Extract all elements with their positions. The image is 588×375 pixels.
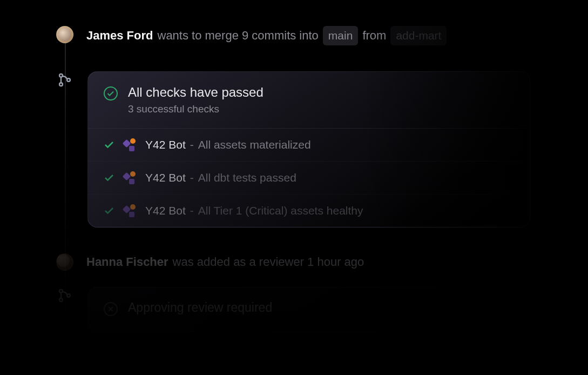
success-check-circle-icon (103, 86, 118, 101)
svg-point-1 (59, 83, 63, 86)
y42-bot-icon (124, 171, 137, 184)
git-merge-icon (56, 71, 73, 89)
checkmark-icon (103, 139, 115, 151)
bot-name: Y42 Bot (145, 204, 186, 217)
svg-point-3 (104, 87, 117, 100)
bot-name: Y42 Bot (145, 138, 186, 151)
author-name[interactable]: Hanna Fischer (86, 253, 168, 271)
review-card-row: Approving review required (56, 287, 588, 332)
author-name[interactable]: James Ford (86, 27, 153, 44)
svg-point-0 (59, 74, 63, 77)
checks-card: All checks have passed 3 successful chec… (87, 71, 530, 227)
y42-bot-icon (124, 204, 137, 217)
merge-action-text: wants to merge 9 commits into (158, 27, 319, 44)
check-sep: - (190, 171, 194, 184)
svg-point-4 (59, 290, 63, 293)
check-description: All assets materialized (198, 138, 311, 151)
checks-card-row: All checks have passed 3 successful chec… (56, 71, 588, 227)
reviewer-event-row: Hanna Fischer was added as a reviewer 1 … (56, 253, 588, 271)
source-branch-pill[interactable]: add-mart (390, 26, 447, 45)
bot-name: Y42 Bot (145, 171, 186, 184)
review-title: Approving review required (128, 300, 272, 315)
target-branch-pill[interactable]: main (323, 26, 359, 45)
reviewer-action-text: was added as a reviewer 1 hour ago (173, 253, 364, 271)
checkmark-icon (103, 172, 115, 184)
checks-subtitle: 3 successful checks (128, 103, 263, 115)
checkmark-icon (103, 205, 115, 217)
review-card: Approving review required (87, 287, 530, 332)
check-item[interactable]: Y42 Bot - All assets materialized (88, 129, 530, 162)
avatar[interactable] (56, 26, 73, 43)
y42-bot-icon (124, 138, 137, 151)
from-word: from (362, 27, 386, 44)
check-item[interactable]: Y42 Bot - All Tier 1 (Critical) assets h… (88, 195, 530, 227)
check-item[interactable]: Y42 Bot - All dbt tests passed (88, 162, 530, 195)
merge-event-row: James Ford wants to merge 9 commits into… (56, 26, 588, 45)
blocked-circle-icon (103, 302, 118, 317)
check-description: All dbt tests passed (198, 171, 296, 184)
checks-title: All checks have passed (128, 85, 263, 100)
check-sep: - (190, 204, 194, 217)
svg-point-5 (59, 298, 63, 302)
git-merge-icon (56, 287, 73, 304)
check-description: All Tier 1 (Critical) assets healthy (198, 204, 363, 217)
avatar[interactable] (56, 253, 73, 271)
check-sep: - (190, 138, 194, 151)
